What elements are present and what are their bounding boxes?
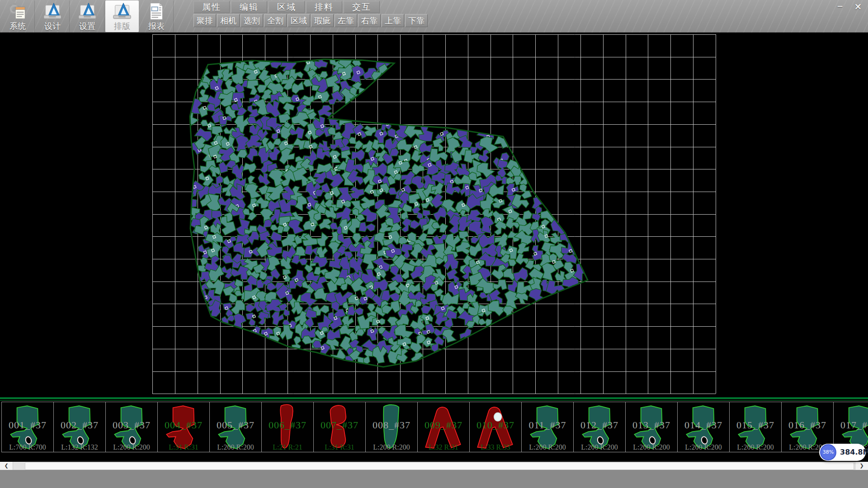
menu-tab-bar: 属性编辑区域排料交互 xyxy=(193,1,381,13)
part-quantity-label: L:21 R:21 xyxy=(262,443,313,451)
app-button-5[interactable]: 报表 xyxy=(140,0,174,32)
minimize-button[interactable]: ─ xyxy=(833,1,847,12)
part-thumbnail-006_#37[interactable]: 006_#37 L:21 R:21 xyxy=(261,402,314,452)
app-button-label: 系统 xyxy=(9,21,26,31)
scrollbar-thumb[interactable] xyxy=(25,462,854,470)
part-quantity-label: L:200 R:200 xyxy=(730,443,781,451)
part-id-label: 007_#37 xyxy=(314,419,365,431)
part-quantity-label: L:200 R:200 xyxy=(522,443,573,451)
tool-button-7[interactable]: 左靠 xyxy=(335,14,357,27)
scrollbar-track[interactable] xyxy=(13,462,855,470)
memory-status-pill: 38% 384.8M xyxy=(819,444,866,461)
part-quantity-label: L:200 R:200 xyxy=(678,443,729,451)
part-quantity-label: L:32 R:31 xyxy=(418,443,469,451)
part-id-label: 006_#37 xyxy=(262,419,313,431)
part-id-label: 013_#37 xyxy=(626,419,677,431)
menu-tab-3[interactable]: 区域 xyxy=(269,1,305,13)
part-thumbnail-013_#37[interactable]: 013_#37 L:200 R:200 xyxy=(625,402,678,452)
tool-button-4[interactable]: 全割 xyxy=(264,14,287,27)
settings-ruler-icon xyxy=(77,1,98,21)
window-controls: ─ ✕ xyxy=(833,1,865,12)
app-button-4[interactable]: 排版 xyxy=(105,0,139,32)
part-id-label: 015_#37 xyxy=(730,419,781,431)
toolbar: 系统 设计 设置 排版 报表 属性编辑区域排料交互 聚排相机选割全割区域瑕疵左靠… xyxy=(0,0,868,33)
part-id-label: 017_#37 xyxy=(834,419,868,431)
part-quantity-label: L:31 R:31 xyxy=(158,443,209,451)
menu-tab-2[interactable]: 编辑 xyxy=(231,1,267,13)
report-doc-icon xyxy=(146,1,167,21)
parts-thumbnail-strip: 001_#37 L:700 R:700 002_#37 L:132 R:132 … xyxy=(0,398,868,456)
part-thumbnail-008_#37[interactable]: 008_#37 L:200 R:200 xyxy=(365,402,418,452)
part-id-label: 010_#37 xyxy=(470,419,521,431)
part-id-label: 012_#37 xyxy=(574,419,625,431)
part-id-label: 016_#37 xyxy=(782,419,833,431)
part-id-label: 001_#37 xyxy=(2,419,53,431)
memory-value: 384.8M xyxy=(840,444,868,461)
design-ruler-icon xyxy=(42,1,63,21)
app-button-1[interactable]: 系统 xyxy=(1,0,35,32)
menu-tab-4[interactable]: 排料 xyxy=(306,1,342,13)
app-button-label: 设置 xyxy=(79,21,95,31)
part-id-label: 005_#37 xyxy=(210,419,261,431)
tool-button-bar: 聚排相机选割全割区域瑕疵左靠右靠上靠下靠 xyxy=(193,14,429,27)
progress-percent-badge: 38% xyxy=(820,444,836,460)
bottom-bar xyxy=(0,470,868,488)
part-quantity-label: L:200 R:200 xyxy=(626,443,677,451)
app-button-label: 报表 xyxy=(148,21,165,31)
part-quantity-label: L:700 R:700 xyxy=(2,443,53,451)
part-id-label: 002_#37 xyxy=(54,419,105,431)
part-thumbnail-015_#37[interactable]: 015_#37 L:200 R:200 xyxy=(729,402,782,452)
part-thumbnail-010_#37[interactable]: 010_#37 L:33 R:33 xyxy=(469,402,522,452)
part-id-label: 004_#37 xyxy=(158,419,209,431)
horizontal-scrollbar[interactable]: ❮ ❯ xyxy=(0,462,868,470)
app-button-label: 排版 xyxy=(114,21,130,31)
tool-button-8[interactable]: 右靠 xyxy=(358,14,381,27)
tool-button-9[interactable]: 上靠 xyxy=(382,14,404,27)
application-window: 系统 设计 设置 排版 报表 属性编辑区域排料交互 聚排相机选割全割区域瑕疵左靠… xyxy=(0,0,868,488)
part-quantity-label: L:33 R:33 xyxy=(470,443,521,451)
part-id-label: 014_#37 xyxy=(678,419,729,431)
tool-button-2[interactable]: 相机 xyxy=(217,14,240,27)
part-thumbnail-004_#37[interactable]: 004_#37 L:31 R:31 xyxy=(157,402,210,452)
app-button-2[interactable]: 设计 xyxy=(36,0,70,32)
part-quantity-label: L:200 R:200 xyxy=(210,443,261,451)
menu-tab-5[interactable]: 交互 xyxy=(344,1,380,13)
app-launcher-bar: 系统 设计 设置 排版 报表 xyxy=(1,0,175,32)
tool-button-5[interactable]: 区域 xyxy=(288,14,310,27)
part-id-label: 003_#37 xyxy=(106,419,157,431)
part-thumbnail-012_#37[interactable]: 012_#37 L:200 R:200 xyxy=(573,402,626,452)
menu-tab-1[interactable]: 属性 xyxy=(193,1,230,13)
app-button-label: 设计 xyxy=(44,21,61,31)
part-thumbnail-002_#37[interactable]: 002_#37 L:132 R:132 xyxy=(53,402,106,452)
part-id-label: 009_#37 xyxy=(418,419,469,431)
part-quantity-label: L:31 R:31 xyxy=(314,443,365,451)
close-button[interactable]: ✕ xyxy=(851,1,865,12)
part-thumbnail-007_#37[interactable]: 007_#37 L:31 R:31 xyxy=(313,402,366,452)
app-button-3[interactable]: 设置 xyxy=(71,0,104,32)
part-quantity-label: L:200 R:200 xyxy=(574,443,625,451)
nesting-ruler-icon xyxy=(112,1,132,21)
part-id-label: 011_#37 xyxy=(522,419,573,431)
part-thumbnail-009_#37[interactable]: 009_#37 L:32 R:31 xyxy=(417,402,470,452)
system-gear-icon xyxy=(7,1,28,21)
part-thumbnail-001_#37[interactable]: 001_#37 L:700 R:700 xyxy=(1,402,54,452)
part-thumbnail-005_#37[interactable]: 005_#37 L:200 R:200 xyxy=(209,402,262,452)
tool-button-6[interactable]: 瑕疵 xyxy=(311,14,334,27)
part-quantity-label: L:200 R:200 xyxy=(106,443,157,451)
tool-button-10[interactable]: 下靠 xyxy=(405,14,428,27)
part-thumbnail-011_#37[interactable]: 011_#37 L:200 R:200 xyxy=(521,402,574,452)
part-id-label: 008_#37 xyxy=(366,419,417,431)
scroll-right-button[interactable]: ❯ xyxy=(855,462,868,470)
scroll-left-button[interactable]: ❮ xyxy=(0,462,13,470)
part-quantity-label: L:132 R:132 xyxy=(54,443,105,451)
part-quantity-label: L:200 R:200 xyxy=(366,443,417,451)
part-thumbnail-014_#37[interactable]: 014_#37 L:200 R:200 xyxy=(677,402,730,452)
tool-button-3[interactable]: 选割 xyxy=(241,14,263,27)
tool-button-1[interactable]: 聚排 xyxy=(193,14,216,27)
part-thumbnail-003_#37[interactable]: 003_#37 L:200 R:200 xyxy=(105,402,158,452)
nesting-canvas[interactable] xyxy=(0,33,868,398)
